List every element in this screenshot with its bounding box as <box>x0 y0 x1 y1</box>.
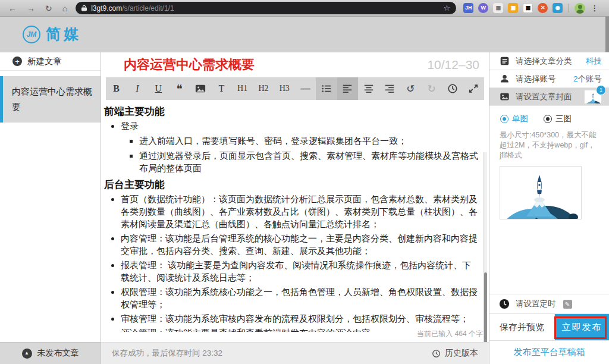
toolbar-fullscreen-button[interactable] <box>463 77 484 100</box>
category-label: 请选择文章分类 <box>516 56 572 67</box>
radio-icon <box>544 115 552 123</box>
account-person-icon <box>499 74 510 84</box>
cover-preview[interactable] <box>500 166 582 219</box>
content-section-heading: 后台主要功能 <box>104 178 478 191</box>
browser-chrome: ←→↻⌂ l3gt9.com/s/article/edit/1/1 ☆ JHW▦… <box>0 0 609 17</box>
toolbar-divider-button[interactable]: — <box>295 77 316 100</box>
word-count: 当前已输入 464 个字 <box>417 329 483 339</box>
right-panel: 请选择文章分类 科技 请选择账号 2个账号 请设置文章封面 <box>489 52 609 364</box>
url-host: l3gt9.com <box>91 4 122 12</box>
cover-thumbnail[interactable]: 1 <box>584 90 602 104</box>
editor-content[interactable]: 前端主要功能登录进入前端入口，需要填写账号、密码，登录逻辑跟集团各平台一致；通过… <box>101 100 489 332</box>
toolbar-heading-3-button[interactable]: H3 <box>274 77 295 100</box>
browser-nav: ←→↻⌂ <box>0 4 67 12</box>
avatar-body <box>576 10 584 14</box>
title-char-counter: 10/12–30 <box>427 58 479 72</box>
content-sub-bullet: 进入前端入口，需要填写账号、密码，登录逻辑跟集团各平台一致； <box>139 134 478 147</box>
account-label: 请选择账号 <box>516 74 556 84</box>
toolbar-image-button[interactable] <box>190 77 211 100</box>
qr-code-extension-icon[interactable]: ▦ <box>523 3 533 13</box>
forward-icon[interactable]: → <box>27 4 35 12</box>
history-label: 历史版本 <box>445 348 478 359</box>
toolbar-italic-button[interactable]: I <box>127 77 147 100</box>
schedule-row[interactable]: 请设置定时 ✎ <box>489 294 609 313</box>
schedule-label: 请设置定时 <box>516 299 556 309</box>
save-preview-button[interactable]: 保存并预览 <box>489 314 555 340</box>
purple-extension-icon[interactable]: W <box>478 3 488 13</box>
toolbar-text-button[interactable]: T <box>211 77 232 100</box>
toolbar-heading-1-button[interactable]: H1 <box>232 77 253 100</box>
close-extension-icon[interactable]: ✕ <box>538 3 548 13</box>
account-count: 2 <box>573 74 578 83</box>
radio-selected-icon <box>500 115 508 123</box>
reload-icon[interactable]: ↻ <box>45 4 52 12</box>
toolbar-align-center-button[interactable] <box>358 77 379 100</box>
single-image-radio[interactable]: 单图 <box>500 114 528 124</box>
content-section-heading: 前端主要功能 <box>104 105 478 118</box>
jianmei-logo-icon: JM <box>23 26 40 43</box>
publish-now-button[interactable]: 立即发布 <box>555 314 609 340</box>
home-icon[interactable]: ⌂ <box>62 4 67 12</box>
profile-avatar[interactable] <box>575 3 585 14</box>
category-value: 科技 <box>586 56 602 67</box>
new-article-button[interactable]: + 新建文章 <box>0 52 101 71</box>
schedule-clock-icon <box>499 299 510 309</box>
plus-icon: + <box>12 57 22 66</box>
url-path: /s/article/edit/1/1 <box>122 4 174 12</box>
toolbar-bullet-list-button[interactable] <box>316 77 337 100</box>
publish-to-draft-link[interactable]: 发布至平台草稿箱 <box>514 347 585 358</box>
toolbar-redo-button[interactable]: ↻ <box>421 77 442 100</box>
toolbar-align-left-button[interactable] <box>337 77 358 100</box>
cover-image-icon <box>499 92 510 102</box>
triple-image-radio[interactable]: 三图 <box>544 114 572 124</box>
page-scrollbar-thumb[interactable] <box>605 17 609 52</box>
content-bullet: 内容管理：该功能是后台管理系统的核心功能之一，主要是内容分类、创建新内容和内容提… <box>121 232 478 257</box>
toolbar-align-right-button[interactable] <box>379 77 400 100</box>
page-scrollbar[interactable] <box>605 17 609 364</box>
toolbar-underline-button[interactable]: U <box>148 77 169 100</box>
grid-extension-icon[interactable]: ▦ <box>493 3 503 13</box>
back-icon[interactable]: ← <box>8 4 17 12</box>
toolbar-undo-button[interactable]: ↺ <box>400 77 421 100</box>
content-bullet: 报表管理： 该功能主要是为查阅内容发布、阅读情况和系统操作痕迹，包括内容统计、下… <box>121 259 478 284</box>
history-version-button[interactable]: 历史版本 <box>432 348 478 359</box>
chat-extension-icon[interactable]: ◉ <box>553 3 563 13</box>
content-sub-bullet: 通过浏览器登录后，页面显示包含首页、搜索、素材管理、素材库等功能模块及宫格式布局… <box>139 149 478 174</box>
app-header: JM 简媒 <box>0 17 609 52</box>
url-bar[interactable]: l3gt9.com/s/article/edit/1/1 ☆ <box>76 2 456 14</box>
cover-layout-options: 单图 三图 <box>489 111 609 127</box>
account-suffix: 个账号 <box>578 74 602 83</box>
action-buttons: 保存并预览 立即发布 <box>489 313 609 340</box>
panel-spacer <box>489 219 609 294</box>
toolbar-history-button[interactable] <box>442 77 463 100</box>
editor-toolbar: BIU❝TH1H2H3—↺↻ <box>106 77 484 100</box>
edit-pencil-icon[interactable]: ✎ <box>563 300 572 309</box>
category-row[interactable]: 请选择文章分类 科技 <box>489 52 609 70</box>
sidebar-article-item-active[interactable]: 内容运营中心需求概要 <box>0 76 101 123</box>
cover-size-hint: 最小尺寸:450*300，最大不能超过2M，不支持webp，gif，jfif格式 <box>489 130 609 161</box>
left-sidebar: + 新建文章 内容运营中心需求概要 ▲ 未发布文章 <box>0 52 101 364</box>
category-list-icon <box>499 56 510 67</box>
editor-status-bar: 保存成功，最后保存时间 23:32 历史版本 <box>101 342 489 364</box>
article-title-input[interactable]: 内容运营中心需求概要 <box>124 56 255 74</box>
orange-extension-icon[interactable]: ▣ <box>508 3 518 13</box>
extension-icons: JHW▦▣▦✕◉ <box>463 3 563 13</box>
unpublished-articles-button[interactable]: ▲ 未发布文章 <box>0 342 101 364</box>
content-bullet: 首页（数据统计功能）：该页面为数据统计分析汇总展示页面，包含素材总数、素材类别及… <box>121 193 478 230</box>
toolbar-bold-button[interactable]: B <box>106 77 127 100</box>
avatar-head <box>578 5 582 9</box>
editor-area: 内容运营中心需求概要 10/12–30 BIU❝TH1H2H3—↺↻ 前端主要功… <box>101 52 489 364</box>
save-status: 保存成功，最后保存时间 23:32 <box>112 348 222 359</box>
clock-icon <box>432 349 441 358</box>
account-value: 2个账号 <box>573 74 602 84</box>
unpublished-label: 未发布文章 <box>37 348 79 359</box>
browser-menu-icon[interactable]: ⋮ <box>591 4 598 12</box>
editor-scrollbar[interactable] <box>483 152 487 364</box>
toolbar-blockquote-button[interactable]: ❝ <box>169 77 190 100</box>
article-item-label: 内容运营中心需求概要 <box>12 86 92 112</box>
bookmark-star-icon[interactable]: ☆ <box>444 4 451 12</box>
account-row[interactable]: 请选择账号 2个账号 <box>489 70 609 88</box>
cover-row[interactable]: 请设置文章封面 1 <box>489 88 609 106</box>
jh-extension-icon[interactable]: JH <box>463 3 473 13</box>
toolbar-heading-2-button[interactable]: H2 <box>253 77 274 100</box>
